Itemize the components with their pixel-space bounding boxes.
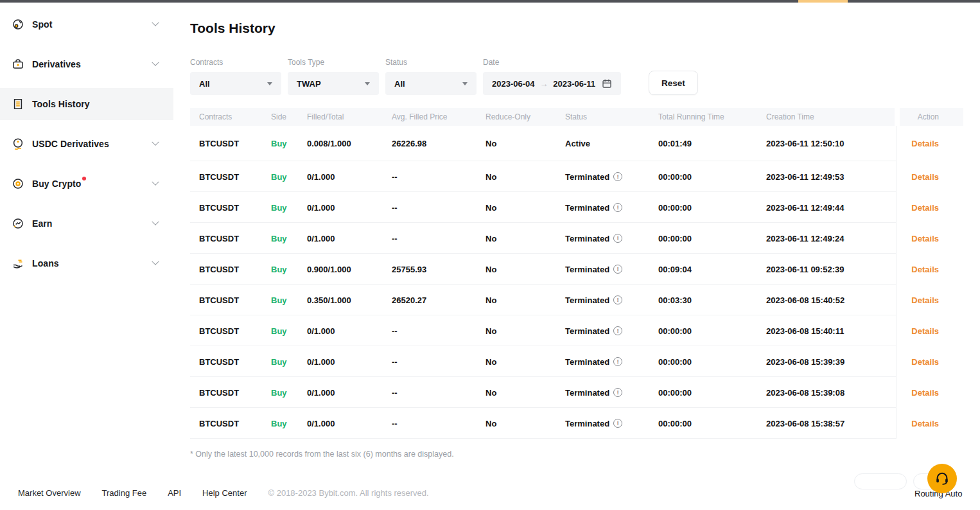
- sidebar-item-tools-history[interactable]: Tools History: [0, 88, 173, 120]
- filter-status: Status All: [385, 58, 477, 95]
- status-select-value: All: [394, 79, 405, 89]
- cell-side: Buy: [271, 295, 307, 305]
- support-chat-button[interactable]: [927, 464, 957, 493]
- status-text: Terminated: [565, 203, 609, 213]
- cell-filled-total: 0.350/1.000: [307, 295, 392, 305]
- sidebar: Spot Derivatives Tools History USDC Deri…: [0, 3, 173, 287]
- details-link[interactable]: Details: [911, 357, 939, 367]
- details-link[interactable]: Details: [911, 388, 939, 398]
- cell-filled-total: 0/1.000: [307, 388, 392, 398]
- cell-contracts: BTCUSDT: [190, 172, 271, 182]
- status-select[interactable]: All: [385, 72, 477, 95]
- sidebar-item-spot[interactable]: Spot: [0, 8, 173, 40]
- headset-icon: [934, 470, 950, 487]
- cell-avg-filled-price: 26226.98: [392, 139, 486, 148]
- info-icon[interactable]: !: [613, 388, 622, 397]
- cell-action: Details: [896, 419, 963, 428]
- cell-avg-filled-price: --: [392, 357, 486, 367]
- column-header-action: Action: [896, 108, 963, 126]
- cell-creation-time: 2023-06-11 12:49:44: [766, 203, 896, 213]
- cell-reduce-only: No: [486, 388, 565, 398]
- cell-reduce-only: No: [486, 265, 565, 274]
- info-icon[interactable]: !: [613, 172, 622, 181]
- cell-status: Terminated !: [565, 295, 658, 305]
- sidebar-item-usdc-derivatives[interactable]: USDC Derivatives: [0, 128, 173, 160]
- pagination-prev-button[interactable]: [854, 473, 907, 489]
- status-text: Terminated: [565, 234, 609, 243]
- cell-action: Details: [896, 326, 963, 336]
- details-link[interactable]: Details: [911, 295, 939, 305]
- info-icon[interactable]: !: [613, 234, 622, 243]
- cell-status: Terminated !: [565, 203, 658, 213]
- details-link[interactable]: Details: [911, 139, 939, 148]
- cell-contracts: BTCUSDT: [190, 234, 271, 243]
- cell-contracts: BTCUSDT: [190, 295, 271, 305]
- sidebar-item-earn[interactable]: Earn: [0, 207, 173, 240]
- info-icon[interactable]: !: [613, 295, 622, 304]
- details-link[interactable]: Details: [911, 265, 939, 274]
- footer-link-trading-fee[interactable]: Trading Fee: [102, 488, 147, 498]
- info-icon[interactable]: !: [613, 326, 622, 335]
- reset-button[interactable]: Reset: [649, 71, 698, 95]
- status-text: Terminated: [565, 419, 609, 428]
- sidebar-item-buy-crypto[interactable]: Buy Crypto: [0, 168, 173, 200]
- cell-reduce-only: No: [486, 203, 565, 213]
- filter-tools-type: Tools Type TWAP: [288, 58, 379, 95]
- details-link[interactable]: Details: [911, 234, 939, 243]
- cell-creation-time: 2023-06-08 15:38:57: [766, 419, 896, 428]
- footer-link-api[interactable]: API: [168, 488, 181, 498]
- footer-link-help-center[interactable]: Help Center: [202, 488, 247, 498]
- main-content: Tools History Contracts All Tools Type T…: [173, 3, 980, 491]
- sidebar-item-label: Derivatives: [32, 59, 81, 69]
- cell-action: Details: [896, 139, 963, 148]
- cell-reduce-only: No: [486, 295, 565, 305]
- info-icon[interactable]: !: [613, 203, 622, 212]
- info-icon[interactable]: !: [613, 419, 622, 428]
- cell-contracts: BTCUSDT: [190, 139, 271, 148]
- status-text: Terminated: [565, 265, 609, 274]
- chevron-down-icon: [152, 139, 159, 146]
- date-range-picker[interactable]: 2023-06-04 → 2023-06-11: [483, 72, 621, 95]
- contracts-select[interactable]: All: [190, 72, 281, 95]
- page-footer: Market OverviewTrading FeeAPIHelp Center…: [18, 488, 429, 498]
- cell-creation-time: 2023-06-11 12:49:24: [766, 234, 896, 243]
- cell-creation-time: 2023-06-08 15:40:52: [766, 295, 896, 305]
- tools-type-select[interactable]: TWAP: [288, 72, 379, 95]
- info-icon[interactable]: !: [613, 265, 622, 274]
- arrow-right-icon: →: [536, 79, 552, 89]
- usdc-derivatives-icon: [12, 137, 24, 150]
- cell-status: Active !: [565, 139, 658, 148]
- cell-filled-total: 0/1.000: [307, 172, 392, 182]
- date-to-value: 2023-06-11: [553, 79, 595, 89]
- cell-side: Buy: [271, 357, 307, 367]
- date-from-value: 2023-06-04: [492, 79, 535, 89]
- cell-action: Details: [896, 172, 963, 182]
- details-link[interactable]: Details: [911, 326, 939, 336]
- cell-status: Terminated !: [565, 234, 658, 243]
- cell-total-running-time: 00:00:00: [658, 419, 766, 428]
- cell-total-running-time: 00:00:00: [658, 234, 766, 243]
- sidebar-item-list: Spot Derivatives Tools History USDC Deri…: [0, 8, 173, 279]
- filter-tools-type-label: Tools Type: [288, 58, 379, 67]
- loans-icon: [12, 257, 24, 270]
- details-link[interactable]: Details: [911, 419, 939, 428]
- details-link[interactable]: Details: [911, 172, 939, 182]
- footer-link-market-overview[interactable]: Market Overview: [18, 488, 81, 498]
- chevron-down-icon: [152, 179, 159, 186]
- earn-icon: [12, 217, 24, 230]
- cell-status: Terminated !: [565, 326, 658, 336]
- table-row: BTCUSDT Buy 0/1.000 -- No Terminated ! 0…: [190, 161, 963, 192]
- details-link[interactable]: Details: [911, 203, 939, 213]
- info-icon[interactable]: !: [613, 357, 622, 366]
- cell-side: Buy: [271, 234, 307, 243]
- caret-down-icon: [365, 82, 370, 85]
- cell-reduce-only: No: [486, 234, 565, 243]
- cell-status: Terminated !: [565, 172, 658, 182]
- cell-filled-total: 0/1.000: [307, 357, 392, 367]
- table-row: BTCUSDT Buy 0/1.000 -- No Terminated ! 0…: [190, 377, 963, 408]
- status-text: Active: [565, 139, 590, 148]
- sidebar-item-loans[interactable]: Loans: [0, 247, 173, 279]
- column-header-reduce-only: Reduce-Only: [486, 108, 565, 126]
- cell-filled-total: 0.008/1.000: [307, 139, 392, 148]
- sidebar-item-derivatives[interactable]: Derivatives: [0, 48, 173, 80]
